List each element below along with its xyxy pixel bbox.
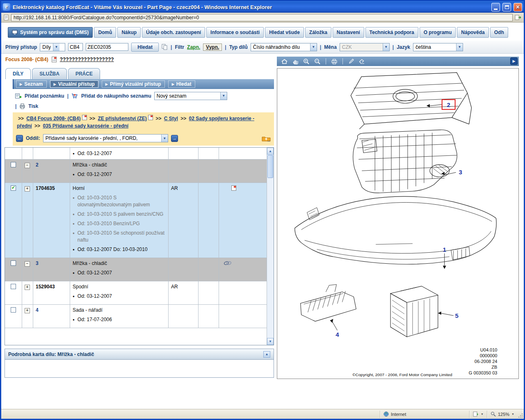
row-checkbox[interactable] xyxy=(11,185,16,191)
callout-1[interactable]: 1 xyxy=(443,246,446,253)
section-select[interactable]: Přídavné sady karosérie - přední, , FORD… xyxy=(43,134,168,142)
document-icon[interactable] xyxy=(148,115,153,120)
view-search-button[interactable]: ▶Hledat xyxy=(168,80,195,88)
callout-2[interactable]: 2 xyxy=(447,101,450,108)
shopping-list-select[interactable]: Nový seznam ▼ xyxy=(154,92,227,100)
tab-parts[interactable]: DÍLY xyxy=(5,68,31,79)
address-go-button[interactable] xyxy=(515,14,521,21)
table-row-group-2[interactable]: − 2 Mřížka - chladič ●Od: 03-12-2007 xyxy=(5,160,267,183)
link-chain-icon[interactable] xyxy=(223,260,232,266)
breadcrumb-link-vehicle[interactable]: CB4 Focus 2008- (CB4) xyxy=(26,116,80,121)
address-input[interactable]: http://192.168.16.11:8080/Ford/Catalogue… xyxy=(11,14,513,21)
image-zoom-in-button[interactable] xyxy=(301,57,311,65)
model-code-input[interactable] xyxy=(68,43,83,51)
print-button[interactable]: Tisk xyxy=(28,103,38,109)
part-type-select[interactable]: Číslo náhradního dílu ▼ xyxy=(251,43,317,51)
technical-drawing[interactable]: 2 3 xyxy=(277,68,519,379)
nav-settings-button[interactable]: Nastavení xyxy=(333,27,364,38)
filter-off-button[interactable]: Vypn. xyxy=(203,43,222,51)
callout-number[interactable]: 3 xyxy=(33,258,70,281)
callout-5[interactable]: 5 xyxy=(455,312,458,319)
nav-logout-button[interactable]: Odh xyxy=(490,27,508,38)
part-query-input[interactable] xyxy=(86,43,128,51)
image-print-button[interactable] xyxy=(329,57,339,65)
row-checkbox[interactable] xyxy=(11,260,16,266)
scroll-up-button[interactable]: ▲ xyxy=(267,148,274,155)
search-button[interactable]: Hledat xyxy=(131,43,159,52)
filter-on-button[interactable]: Zapn. xyxy=(187,44,200,50)
expand-toggle-icon[interactable]: + xyxy=(25,308,30,313)
folder-up-icon[interactable] xyxy=(262,135,271,142)
nav-dms-button[interactable]: Systém pro správu dat (DMS) xyxy=(8,27,93,38)
nav-about-button[interactable]: O programu xyxy=(420,27,456,38)
maximize-button[interactable] xyxy=(502,3,511,11)
bullet-icon: ● xyxy=(73,293,75,300)
minimize-button[interactable] xyxy=(491,3,500,11)
tab-labor[interactable]: PRÁCE xyxy=(68,68,100,79)
row-checkbox[interactable] xyxy=(11,307,16,313)
row-checkbox[interactable] xyxy=(11,162,16,167)
view-list-button[interactable]: ▶Seznam xyxy=(16,80,47,88)
language-select[interactable]: čeština ▼ xyxy=(413,43,463,51)
vehicle-detail-link[interactable]: ?????????????????? xyxy=(60,57,114,62)
callout-3[interactable]: 3 xyxy=(459,169,462,176)
resize-grip[interactable] xyxy=(518,409,524,419)
row-checkbox[interactable] xyxy=(11,284,16,289)
callout-number[interactable]: 2 xyxy=(33,160,70,183)
nav-home-button[interactable]: Domů xyxy=(94,27,116,38)
close-button[interactable]: × xyxy=(514,3,522,11)
table-row-group-3[interactable]: − 3 Mřížka - chladič ●Od: 03-12-2007 xyxy=(5,258,267,281)
part-number[interactable]: 1529043 xyxy=(33,281,70,304)
image-panel-toggle-button[interactable]: ▶ xyxy=(510,57,518,65)
status-view-menu-button[interactable]: ▼ xyxy=(469,411,487,418)
expand-toggle-icon[interactable]: + xyxy=(25,186,30,192)
collapse-toggle-icon[interactable]: − xyxy=(25,163,30,168)
image-annotate-button[interactable] xyxy=(346,57,356,65)
table-row-part-1704635[interactable]: + 1704635 Horní ●Od: 10-03-2010 S olovna… xyxy=(5,183,267,258)
tab-service[interactable]: SLUŽBA xyxy=(32,68,67,79)
category-select[interactable]: Díly ▼ xyxy=(40,43,65,51)
expand-toggle-icon[interactable]: + xyxy=(25,285,30,290)
view-direct-visual-button[interactable]: ▶Přímý vizuální přístup xyxy=(102,80,165,88)
document-icon[interactable] xyxy=(52,57,57,62)
nav-help-button[interactable]: Nápověda xyxy=(457,27,488,38)
cart-icon xyxy=(71,93,78,99)
table-row-partial[interactable]: ●Od: 03-12-2007 xyxy=(5,148,267,160)
previous-section-button[interactable]: ← xyxy=(16,135,23,142)
detail-collapse-button[interactable]: ▲ xyxy=(263,351,270,358)
nav-search-all-button[interactable]: Hledat všude xyxy=(265,27,304,38)
breadcrumb-link-style[interactable]: C Styl xyxy=(164,116,178,121)
image-home-button[interactable] xyxy=(279,57,289,65)
collapse-toggle-icon[interactable]: − xyxy=(25,261,30,267)
callout-number[interactable]: 4 xyxy=(33,305,70,328)
nav-bookmark-button[interactable]: Záložka xyxy=(305,27,331,38)
view-mode-bar: ▶Seznam ▶Vizuální přístup ▶Přímý vizuáln… xyxy=(13,79,274,89)
scrollbar-thumb[interactable] xyxy=(267,155,273,178)
nav-tech-support-button[interactable]: Technická podpora xyxy=(365,27,418,38)
table-row-group-4[interactable]: + 4 Sada - nářadí ●Od: 17-07-2006 xyxy=(5,305,267,328)
zoom-control[interactable]: 125% ▼ xyxy=(487,411,518,418)
breadcrumb-link-body-kits[interactable]: 035 Přídavné sady karosérie - přední xyxy=(43,123,128,129)
next-section-button[interactable]: → xyxy=(171,135,178,142)
add-note-button[interactable]: Přidat poznámku xyxy=(25,93,64,99)
document-icon[interactable] xyxy=(82,115,87,120)
callout-4[interactable]: 4 xyxy=(336,331,339,338)
image-erase-button[interactable] xyxy=(357,57,367,65)
image-pan-button[interactable] xyxy=(290,57,300,65)
image-zoom-out-button[interactable] xyxy=(313,57,322,65)
nav-purchase-button[interactable]: Nákup xyxy=(117,27,141,38)
add-to-shopping-list-button[interactable]: Přidat do nákupního seznamu xyxy=(81,93,151,99)
breadcrumb-separator: >> xyxy=(156,116,162,121)
valid-from-date: Od: 03-12-2007 xyxy=(78,150,112,157)
part-number[interactable]: 1704635 xyxy=(33,183,70,258)
breadcrumb-link-accessories[interactable]: ZE příslušenství (ZE) xyxy=(98,116,146,121)
scroll-down-button[interactable]: ▼ xyxy=(267,338,274,345)
table-row-part-1529043[interactable]: + 1529043 Spodní ●Od: 03-12-2007 AR xyxy=(5,281,267,305)
copy-icon[interactable] xyxy=(162,44,168,50)
view-visual-button[interactable]: ▶Vizuální přístup xyxy=(50,80,98,88)
document-icon[interactable] xyxy=(231,185,236,191)
nav-part-info-button[interactable]: Informace o součásti xyxy=(206,27,264,38)
table-scrollbar[interactable]: ▲ ▼ xyxy=(267,148,274,345)
nav-dealer-info-button[interactable]: Údaje obch. zastoupení xyxy=(142,27,205,38)
chevron-down-icon: ▼ xyxy=(220,92,227,100)
